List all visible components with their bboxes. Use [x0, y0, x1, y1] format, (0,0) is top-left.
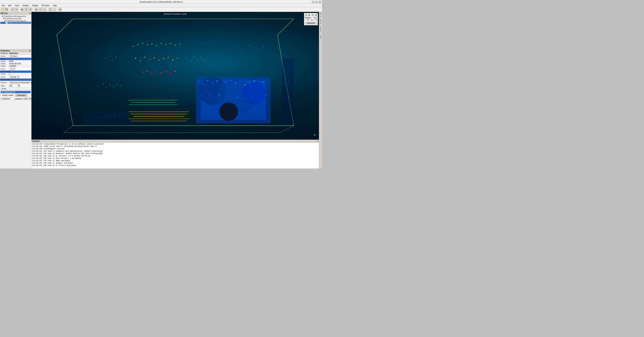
menu-tools[interactable]: Tools [14, 4, 20, 7]
viewport-3d[interactable]: [Rotation/Translation mode] ⏸ ▶ ✓ ✕ Rota… [32, 12, 319, 140]
toolbar-zoom-in[interactable]: + [38, 8, 42, 11]
svg-point-38 [198, 81, 199, 82]
menu-edit[interactable]: Edit [7, 4, 12, 7]
current-view-select[interactable]: 3D View 1 [9, 55, 31, 57]
properties-panel: Properties ✕ Property State/Value Curre.… [0, 49, 31, 168]
svg-point-7 [152, 43, 152, 44]
tx-label: Tx [307, 19, 308, 21]
point-size-select[interactable]: 10 [9, 67, 16, 70]
toolbar-zoom-out[interactable]: − [42, 8, 46, 11]
prop-row-point-size: Point ... 10 [0, 67, 31, 70]
tab-display-ranges[interactable]: Display ranges [1, 94, 15, 97]
steps-input[interactable] [9, 84, 18, 87]
svg-point-25 [142, 72, 143, 73]
window-title: CloudCompare v2.11.1 (Anoia) [64-bit] - … [140, 1, 182, 3]
properties-content: Property State/Value Curre... 3D View 1 … [0, 52, 31, 168]
active-scalar-select[interactable]: intensity [9, 75, 20, 78]
svg-point-30 [165, 71, 166, 72]
svg-point-71 [100, 117, 101, 118]
svg-point-89 [117, 84, 118, 85]
right-icon-1[interactable]: ⊞ [320, 12, 322, 15]
toolbar-translate[interactable]: ✛ [24, 8, 28, 11]
rot-label-row: Rotation · XYZ [305, 17, 317, 19]
tree-item-3[interactable]: ✓ 20220216_MCR_day_init_cloud [0, 22, 31, 24]
tz-label: Tz [315, 19, 317, 21]
properties-close[interactable]: ✕ [29, 50, 31, 52]
ty-label: Ty [311, 19, 313, 21]
steps-up[interactable]: ▲ [18, 84, 20, 86]
tree-checkbox-2[interactable]: ✓ [6, 20, 8, 21]
tab-parameters[interactable]: Parameters [15, 94, 27, 97]
db-tree-panel: DB Tree ✕ ▼ ✓ 20220216_MCR_day.pcd (/hom… [0, 12, 31, 49]
close-button[interactable]: ✕ [318, 0, 321, 3]
svg-point-47 [240, 81, 241, 82]
sf-min-input[interactable] [1, 97, 14, 100]
svg-point-45 [230, 80, 232, 81]
toolbar-ortho[interactable]: ⬜ [52, 8, 56, 11]
svg-point-27 [152, 73, 153, 74]
svg-point-8 [156, 45, 157, 46]
tree-label-3: 20220216_MCR_day_init_cloud [8, 22, 30, 24]
svg-point-103 [277, 47, 278, 48]
menu-help[interactable]: Help [52, 4, 58, 7]
tree-checkbox-0[interactable]: ✓ [4, 15, 5, 17]
prop-val-steps: ▲ ▼ [8, 84, 31, 87]
toolbar-select[interactable]: ▶ [20, 8, 24, 11]
tree-checkbox-3[interactable]: ✓ [6, 22, 8, 24]
menu-display[interactable]: Display [22, 4, 30, 7]
colorscale-select[interactable]: Blue>Green>Yellow>Red [9, 81, 31, 84]
main-layout: DB Tree ✕ ▼ ✓ 20220216_MCR_day.pcd (/hom… [0, 12, 322, 168]
tree-item-1[interactable]: ▼ ✓ 20220216_MCR_day [0, 17, 31, 19]
toolbar-zoom-fit[interactable]: ⊞ [34, 8, 38, 11]
csf-filter-label: CSF Filter [320, 26, 321, 32]
menu-file[interactable]: File [1, 4, 6, 7]
minimize-button[interactable]: − [312, 0, 314, 3]
svg-rect-108 [282, 58, 294, 123]
rot-widget-close[interactable]: ✕ [315, 14, 317, 16]
console-content: [13:58:33] [ccGLWindow] Perspective is o… [32, 143, 319, 168]
rot-widget-check[interactable]: ✓ [312, 14, 314, 16]
svg-point-11 [170, 43, 171, 44]
tree-checkbox-1[interactable]: ✓ [5, 18, 6, 19]
menu-3dviews[interactable]: 3D Views [41, 4, 50, 7]
right-icon-2[interactable]: ⊡ [320, 15, 322, 17]
prop-row-current: Curre... 3D View 1 [0, 54, 31, 58]
svg-point-102 [270, 49, 271, 50]
toolbar-undo[interactable]: ↩ [10, 8, 14, 11]
menu-plugins[interactable]: Plugins [31, 4, 39, 7]
sf-max-input[interactable] [24, 97, 31, 100]
steps-down[interactable]: ▼ [18, 86, 20, 87]
prop-key-colorscale: Current [0, 81, 8, 84]
svg-point-56 [214, 97, 216, 98]
section-scalar: Scalar Field [0, 70, 31, 73]
advanced-button[interactable]: Advanced [305, 21, 317, 24]
tree-item-0[interactable]: ▼ ✓ 20220216_MCR_day.pcd (/home/xchu/jw_… [0, 15, 31, 17]
tree-item-2[interactable]: ▼ ✓ 20220216_MCR_day_init_cloud.pcd (/ho… [0, 19, 31, 22]
steps-spinners: ▲ ▼ [18, 84, 20, 87]
toolbar-open[interactable]: 📂 [1, 8, 4, 11]
console-collapse[interactable]: ≡ [317, 140, 318, 142]
toolbar-perspective[interactable]: ⬡ [48, 8, 52, 11]
maximize-button[interactable]: □ [315, 0, 318, 3]
toolbar-settings[interactable]: ⚙ [58, 8, 62, 11]
svg-point-114 [286, 86, 287, 86]
toolbar-save[interactable]: 💾 [5, 8, 8, 11]
rot-widget-play[interactable]: ▶ [308, 14, 310, 16]
svg-point-70 [96, 116, 97, 117]
svg-point-50 [254, 80, 255, 82]
toolbar-redo[interactable]: ↪ [15, 8, 18, 11]
right-icon-4[interactable]: ⊟ [320, 22, 322, 24]
svg-point-9 [161, 43, 162, 44]
right-icon-3[interactable]: ⊞ [320, 19, 322, 21]
prop-val-pointsize: 10 [8, 67, 31, 70]
rot-widget-pause[interactable]: ⏸ [305, 14, 307, 16]
sf-params-header: SF display params [1, 91, 31, 93]
toolbar-rotate[interactable]: ↻ [28, 8, 32, 11]
tree-label-2: 20220216_MCR_day_init_cloud.pcd (/home/x… [8, 20, 28, 21]
db-tree-close[interactable]: ✕ [29, 12, 31, 14]
svg-point-37 [242, 82, 266, 105]
svg-point-72 [105, 115, 106, 116]
prop-key-active: Active [0, 75, 8, 78]
rotation-label: Rotation [305, 17, 312, 19]
sf-tab-bar: Display ranges Parameters [1, 94, 31, 97]
